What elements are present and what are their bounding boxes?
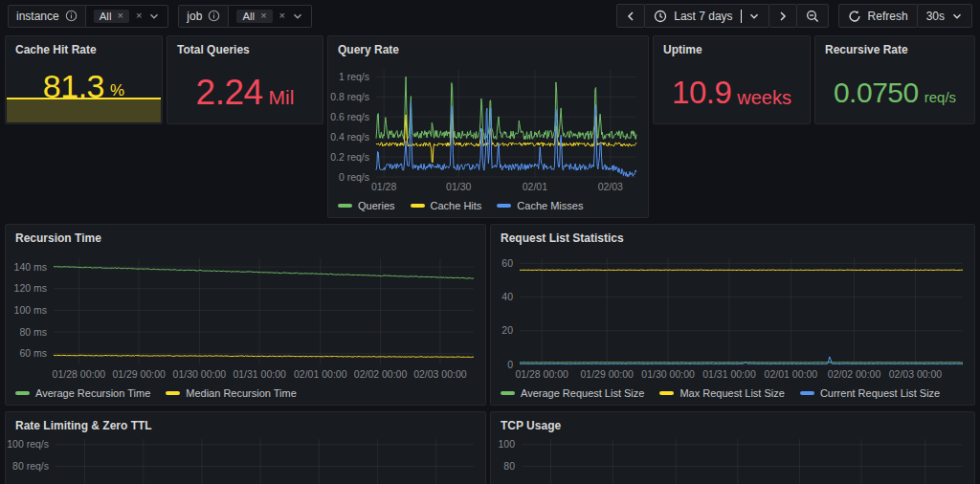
chart-plot-area: 10080 [497, 437, 969, 484]
panel-tcp-usage: TCP Usage 10080 [490, 411, 975, 484]
clear-icon[interactable]: × [279, 11, 285, 21]
panel-title[interactable]: Recursion Time [6, 225, 485, 250]
svg-text:02/03 00:00: 02/03 00:00 [889, 368, 943, 380]
variable-job-select[interactable]: All × × [229, 5, 312, 28]
rate-limiting-chart[interactable]: 100 req/s80 req/s [11, 437, 479, 484]
chevron-right-icon [778, 11, 788, 22]
legend-item[interactable]: Average Recursion Time [15, 387, 150, 399]
svg-text:80 req/s: 80 req/s [12, 460, 49, 472]
legend-item[interactable]: Current Request List Size [800, 387, 940, 399]
legend-item[interactable]: Average Request List Size [501, 387, 644, 399]
legend-marker-icon [338, 204, 352, 208]
panel-cache-hit-rate: Cache Hit Rate 81.3 % [5, 35, 163, 124]
remove-tag-icon[interactable]: × [117, 11, 122, 21]
svg-text:100 req/s: 100 req/s [7, 438, 49, 450]
legend-label: Cache Hits [431, 200, 482, 211]
svg-text:01/28 00:00: 01/28 00:00 [53, 368, 106, 380]
legend-label: Cache Misses [517, 200, 583, 211]
svg-text:0: 0 [507, 359, 513, 370]
variable-job: job All × × [178, 5, 312, 28]
variable-label-text: instance [16, 10, 59, 23]
svg-text:02/02 00:00: 02/02 00:00 [828, 368, 881, 380]
svg-text:0.8 req/s: 0.8 req/s [330, 91, 369, 102]
request-list-chart[interactable]: 01/28 00:0001/29 00:0001/30 00:0001/31 0… [497, 250, 969, 384]
svg-text:100 ms: 100 ms [14, 304, 47, 316]
legend-marker-icon [800, 391, 814, 395]
time-range-picker-button[interactable]: Last 7 days [644, 4, 768, 28]
info-icon [208, 10, 220, 22]
panel-recursive-rate: Recursive Rate 0.0750 req/s [814, 35, 975, 124]
time-range-label: Last 7 days [674, 10, 732, 23]
time-shift-forward-button[interactable] [768, 4, 797, 28]
chevron-down-icon[interactable] [148, 11, 160, 22]
chevron-left-icon [626, 11, 635, 22]
chart-legend: Average Recursion TimeMedian Recursion T… [15, 385, 478, 402]
variable-value-text: All [242, 11, 255, 22]
remove-tag-icon[interactable]: × [260, 11, 266, 21]
svg-text:0.2 req/s: 0.2 req/s [330, 151, 369, 163]
tcp-usage-chart[interactable]: 10080 [497, 437, 969, 484]
legend-label: Current Request List Size [820, 387, 940, 399]
stat-value: 0.0750 req/s [815, 61, 974, 123]
time-shift-back-button[interactable] [616, 4, 645, 28]
legend-item[interactable]: Median Recursion Time [166, 387, 297, 399]
variable-job-label[interactable]: job [178, 5, 229, 28]
svg-text:1 req/s: 1 req/s [339, 71, 369, 82]
svg-text:40: 40 [501, 291, 513, 302]
legend-item[interactable]: Cache Hits [411, 200, 482, 211]
variable-value-chip[interactable]: All × [94, 10, 129, 23]
refresh-interval-button[interactable]: 30s [917, 4, 972, 28]
chevron-down-icon[interactable] [292, 11, 303, 22]
svg-text:0.4 req/s: 0.4 req/s [330, 131, 369, 143]
variable-controls: instance All × × job [8, 5, 312, 28]
svg-text:02/01 00:00: 02/01 00:00 [765, 368, 818, 380]
panel-request-list-statistics: Request List Statistics 01/28 00:0001/29… [490, 224, 975, 406]
svg-text:80 ms: 80 ms [19, 326, 47, 338]
svg-text:0.6 req/s: 0.6 req/s [330, 111, 369, 122]
legend-item[interactable]: Queries [338, 200, 395, 211]
variable-instance-label[interactable]: instance [8, 5, 86, 28]
svg-text:01/28: 01/28 [371, 181, 396, 192]
zoom-out-time-button[interactable] [796, 4, 829, 28]
panel-title[interactable]: Cache Hit Rate [6, 36, 162, 61]
stat-number: 10.9 [672, 77, 731, 108]
chart-plot-area: 01/2801/3002/0102/031 req/s0.8 req/s0.6 … [334, 61, 642, 196]
panel-title[interactable]: Query Rate [328, 36, 648, 61]
legend-item[interactable]: Cache Misses [497, 200, 583, 211]
legend-item[interactable]: Max Request List Size [659, 387, 784, 399]
stat-number: 81.3 [43, 70, 104, 102]
panel-title[interactable]: Rate Limiting & Zero TTL [6, 412, 485, 437]
svg-text:01/30: 01/30 [446, 181, 471, 192]
svg-text:02/01 00:00: 02/01 00:00 [294, 368, 347, 380]
svg-text:01/31 00:00: 01/31 00:00 [702, 368, 756, 380]
panel-title[interactable]: Request List Statistics [491, 225, 974, 250]
query-rate-chart[interactable]: 01/2801/3002/0102/031 req/s0.8 req/s0.6 … [334, 61, 642, 196]
variable-instance-select[interactable]: All × × [86, 5, 169, 28]
panel-title[interactable]: Uptime [654, 36, 810, 61]
legend-marker-icon [15, 391, 30, 395]
legend-marker-icon [659, 391, 674, 395]
panel-title[interactable]: Recursive Rate [815, 36, 974, 61]
svg-text:120 ms: 120 ms [14, 282, 47, 294]
svg-text:01/30 00:00: 01/30 00:00 [641, 368, 695, 380]
panel-title[interactable]: Total Queries [167, 36, 323, 61]
clear-icon[interactable]: × [136, 11, 142, 21]
svg-text:01/29 00:00: 01/29 00:00 [112, 368, 166, 380]
chart-plot-area: 01/28 00:0001/29 00:0001/30 00:0001/31 0… [497, 250, 969, 384]
legend-marker-icon [501, 391, 515, 395]
legend-marker-icon [497, 204, 511, 208]
dashboard-toolbar: instance All × × job [0, 0, 980, 32]
legend-label: Queries [358, 200, 395, 211]
refresh-button[interactable]: Refresh [838, 4, 918, 28]
stat-value: 10.9 weeks [654, 61, 810, 123]
svg-text:01/30 00:00: 01/30 00:00 [173, 368, 227, 380]
stat-value: 81.3 % [6, 61, 162, 110]
svg-text:01/31 00:00: 01/31 00:00 [233, 368, 286, 380]
chart-plot-area: 100 req/s80 req/s [11, 437, 479, 484]
panel-title[interactable]: TCP Usage [491, 412, 974, 437]
variable-value-chip[interactable]: All × [236, 10, 272, 23]
text-cursor [741, 10, 742, 23]
legend-marker-icon [166, 391, 180, 395]
chart-legend: Average Request List SizeMax Request Lis… [501, 385, 967, 402]
recursion-time-chart[interactable]: 01/28 00:0001/29 00:0001/30 00:0001/31 0… [11, 250, 479, 384]
